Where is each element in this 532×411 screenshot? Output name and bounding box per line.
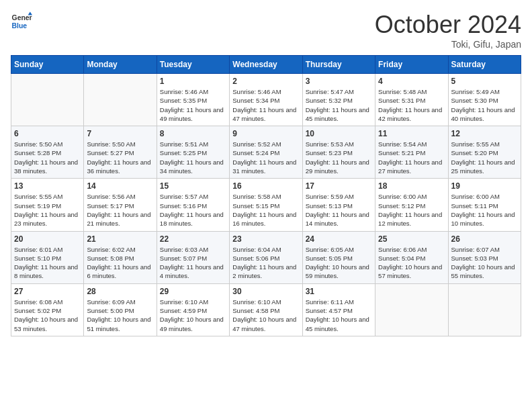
day-info: Sunrise: 6:10 AM Sunset: 4:58 PM Dayligh… [232,298,299,333]
day-number: 27 [14,287,81,296]
day-number: 24 [306,234,372,244]
calendar-cell: 7Sunrise: 5:50 AM Sunset: 5:27 PM Daylig… [84,126,157,179]
location: Toki, Gifu, Japan [375,39,521,50]
logo-icon: General Blue [11,11,32,32]
weekday-header: Tuesday [157,56,229,74]
calendar-cell: 5Sunrise: 5:49 AM Sunset: 5:30 PM Daylig… [448,74,521,126]
calendar-week-row: 13Sunrise: 5:55 AM Sunset: 5:19 PM Dayli… [11,179,521,231]
day-info: Sunrise: 5:58 AM Sunset: 5:15 PM Dayligh… [232,192,299,228]
calendar-week-row: 20Sunrise: 6:01 AM Sunset: 5:10 PM Dayli… [11,231,521,283]
calendar-cell: 17Sunrise: 5:59 AM Sunset: 5:13 PM Dayli… [302,179,375,231]
day-number: 14 [87,181,153,191]
calendar-cell: 6Sunrise: 5:50 AM Sunset: 5:28 PM Daylig… [11,126,84,179]
calendar-week-row: 1Sunrise: 5:46 AM Sunset: 5:35 PM Daylig… [11,74,521,126]
day-info: Sunrise: 6:06 AM Sunset: 5:04 PM Dayligh… [378,245,445,281]
day-info: Sunrise: 6:10 AM Sunset: 4:59 PM Dayligh… [160,298,226,333]
calendar-cell: 16Sunrise: 5:58 AM Sunset: 5:15 PM Dayli… [230,179,302,231]
title-block: October 2024 Toki, Gifu, Japan [375,11,521,50]
day-number: 30 [232,287,299,296]
calendar-cell: 13Sunrise: 5:55 AM Sunset: 5:19 PM Dayli… [11,179,84,231]
day-number: 16 [232,181,299,191]
calendar-cell: 4Sunrise: 5:48 AM Sunset: 5:31 PM Daylig… [375,74,448,126]
logo: General Blue [11,11,32,32]
day-number: 26 [451,234,518,244]
page-header: General Blue October 2024 Toki, Gifu, Ja… [11,11,521,50]
calendar-cell: 28Sunrise: 6:09 AM Sunset: 5:00 PM Dayli… [84,283,157,336]
day-info: Sunrise: 6:01 AM Sunset: 5:10 PM Dayligh… [14,245,81,281]
day-info: Sunrise: 5:52 AM Sunset: 5:24 PM Dayligh… [232,140,299,175]
day-number: 13 [14,181,81,191]
day-info: Sunrise: 5:49 AM Sunset: 5:30 PM Dayligh… [451,87,518,123]
calendar-cell: 12Sunrise: 5:55 AM Sunset: 5:20 PM Dayli… [448,126,521,179]
calendar-cell: 2Sunrise: 5:46 AM Sunset: 5:34 PM Daylig… [230,74,302,126]
calendar-week-row: 27Sunrise: 6:08 AM Sunset: 5:02 PM Dayli… [11,283,521,336]
calendar-cell: 21Sunrise: 6:02 AM Sunset: 5:08 PM Dayli… [84,231,157,283]
day-number: 6 [14,129,81,138]
weekday-header: Friday [375,56,448,74]
day-info: Sunrise: 5:59 AM Sunset: 5:13 PM Dayligh… [306,192,372,228]
calendar-cell: 8Sunrise: 5:51 AM Sunset: 5:25 PM Daylig… [157,126,229,179]
day-info: Sunrise: 5:51 AM Sunset: 5:25 PM Dayligh… [160,140,226,175]
day-info: Sunrise: 6:08 AM Sunset: 5:02 PM Dayligh… [14,298,81,333]
day-number: 10 [306,129,372,138]
weekday-header: Monday [84,56,157,74]
day-number: 20 [14,234,81,244]
calendar-cell: 30Sunrise: 6:10 AM Sunset: 4:58 PM Dayli… [230,283,302,336]
weekday-header: Saturday [448,56,521,74]
day-number: 12 [451,129,518,138]
calendar-cell: 31Sunrise: 6:11 AM Sunset: 4:57 PM Dayli… [302,283,375,336]
calendar-cell: 14Sunrise: 5:56 AM Sunset: 5:17 PM Dayli… [84,179,157,231]
day-number: 9 [232,129,299,138]
day-info: Sunrise: 6:04 AM Sunset: 5:06 PM Dayligh… [232,245,299,281]
day-number: 11 [378,129,445,138]
day-number: 19 [451,181,518,191]
calendar-cell: 3Sunrise: 5:47 AM Sunset: 5:32 PM Daylig… [302,74,375,126]
calendar-cell: 24Sunrise: 6:05 AM Sunset: 5:05 PM Dayli… [302,231,375,283]
day-info: Sunrise: 5:48 AM Sunset: 5:31 PM Dayligh… [378,87,445,123]
month-title: October 2024 [375,11,521,39]
weekday-header: Thursday [302,56,375,74]
day-info: Sunrise: 6:11 AM Sunset: 4:57 PM Dayligh… [306,298,372,333]
day-info: Sunrise: 5:56 AM Sunset: 5:17 PM Dayligh… [87,192,153,228]
calendar-cell: 1Sunrise: 5:46 AM Sunset: 5:35 PM Daylig… [157,74,229,126]
day-info: Sunrise: 5:50 AM Sunset: 5:28 PM Dayligh… [14,140,81,175]
calendar-cell: 10Sunrise: 5:53 AM Sunset: 5:23 PM Dayli… [302,126,375,179]
day-info: Sunrise: 5:57 AM Sunset: 5:16 PM Dayligh… [160,192,226,228]
day-info: Sunrise: 6:00 AM Sunset: 5:12 PM Dayligh… [378,192,445,228]
day-number: 22 [160,234,226,244]
calendar-cell: 11Sunrise: 5:54 AM Sunset: 5:21 PM Dayli… [375,126,448,179]
day-number: 17 [306,181,372,191]
day-number: 7 [87,129,153,138]
calendar-cell: 22Sunrise: 6:03 AM Sunset: 5:07 PM Dayli… [157,231,229,283]
calendar-cell: 27Sunrise: 6:08 AM Sunset: 5:02 PM Dayli… [11,283,84,336]
calendar-cell: 9Sunrise: 5:52 AM Sunset: 5:24 PM Daylig… [230,126,302,179]
calendar-cell: 18Sunrise: 6:00 AM Sunset: 5:12 PM Dayli… [375,179,448,231]
calendar-cell: 25Sunrise: 6:06 AM Sunset: 5:04 PM Dayli… [375,231,448,283]
day-number: 28 [87,287,153,296]
day-info: Sunrise: 5:53 AM Sunset: 5:23 PM Dayligh… [306,140,372,175]
day-number: 15 [160,181,226,191]
calendar-cell [375,283,448,336]
day-number: 21 [87,234,153,244]
day-number: 3 [306,77,372,86]
day-number: 1 [160,77,226,86]
day-number: 29 [160,287,226,296]
day-number: 23 [232,234,299,244]
svg-marker-2 [28,12,32,15]
calendar-cell: 15Sunrise: 5:57 AM Sunset: 5:16 PM Dayli… [157,179,229,231]
day-info: Sunrise: 6:09 AM Sunset: 5:00 PM Dayligh… [87,298,153,333]
day-number: 4 [378,77,445,86]
day-info: Sunrise: 5:50 AM Sunset: 5:27 PM Dayligh… [87,140,153,175]
day-info: Sunrise: 5:46 AM Sunset: 5:34 PM Dayligh… [232,87,299,123]
calendar-cell [448,283,521,336]
day-number: 25 [378,234,445,244]
day-info: Sunrise: 6:00 AM Sunset: 5:11 PM Dayligh… [451,192,518,228]
day-number: 31 [306,287,372,296]
day-number: 18 [378,181,445,191]
day-info: Sunrise: 6:03 AM Sunset: 5:07 PM Dayligh… [160,245,226,281]
calendar-week-row: 6Sunrise: 5:50 AM Sunset: 5:28 PM Daylig… [11,126,521,179]
day-info: Sunrise: 6:02 AM Sunset: 5:08 PM Dayligh… [87,245,153,281]
day-info: Sunrise: 5:55 AM Sunset: 5:19 PM Dayligh… [14,192,81,228]
weekday-header: Sunday [11,56,84,74]
day-info: Sunrise: 5:54 AM Sunset: 5:21 PM Dayligh… [378,140,445,175]
